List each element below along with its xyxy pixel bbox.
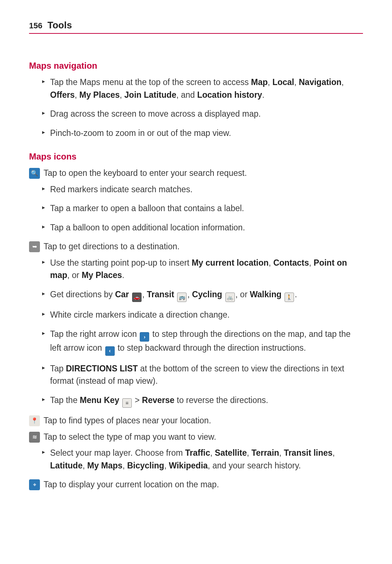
bold: Cycling (192, 290, 222, 299)
list-item: Red markers indicate search matches. (42, 183, 363, 196)
bold: Transit lines (284, 448, 332, 458)
bold: Location history (197, 90, 262, 100)
bold: DIRECTIONS LIST (66, 364, 138, 373)
list-item: Drag across the screen to move across a … (42, 108, 363, 120)
bold: Contacts (273, 258, 309, 267)
list-item: Select your map layer. Choose from Traff… (42, 447, 363, 472)
car-icon: 🚗 (132, 293, 142, 302)
bold: Local (272, 77, 294, 87)
list-layers-sub: Select your map layer. Choose from Traff… (42, 447, 363, 472)
right-arrow-icon: › (140, 332, 149, 342)
list-search-sub: Red markers indicate search matches. Tap… (42, 183, 363, 234)
icon-line-location: ⌖ Tap to display your current location o… (29, 478, 363, 491)
text: Tap the Maps menu at the top of the scre… (50, 77, 251, 87)
section-maps-icons: Maps icons (29, 150, 363, 163)
bold: Navigation (299, 77, 342, 87)
bold: Offers (50, 90, 75, 100)
icon-line-directions: ➥ Tap to get directions to a destination… (29, 240, 363, 253)
places-icon: 📍 (29, 415, 40, 426)
my-location-icon: ⌖ (29, 479, 40, 490)
bold: Map (251, 77, 268, 87)
list-item: Get directions by Car 🚗, Transit 🚌, Cycl… (42, 288, 363, 302)
list-item: Tap the Maps menu at the top of the scre… (42, 76, 363, 101)
list-item: White circle markers indicate a directio… (42, 309, 363, 321)
left-arrow-icon: ‹ (105, 346, 115, 356)
search-icon: 🔍 (29, 168, 40, 179)
bold: Menu Key (80, 395, 119, 405)
text: Tap to select the type of map you want t… (44, 431, 216, 443)
text: Tap to find types of places near your lo… (44, 414, 211, 427)
bold: My Maps (87, 461, 122, 470)
bold: Satellite (215, 448, 247, 458)
page: 156 Tools Maps navigation Tap the Maps m… (0, 0, 392, 515)
bold: My Places (79, 90, 120, 100)
list-maps-navigation: Tap the Maps menu at the top of the scre… (42, 76, 363, 139)
section-maps-navigation: Maps navigation (29, 59, 363, 72)
bold: Terrain (252, 448, 279, 458)
text: Tap to get directions to a destination. (44, 240, 180, 253)
menu-key-icon: ≡ (122, 398, 132, 408)
bold: Walking (250, 290, 281, 299)
layers-icon: ≋ (29, 432, 40, 443)
list-item: Tap DIRECTIONS LIST at the bottom of the… (42, 362, 363, 387)
list-item: Pinch-to-zoom to zoom in or out of the m… (42, 127, 363, 140)
bold: Car (115, 290, 129, 299)
bold: Transit (147, 290, 174, 299)
bold: Wikipedia (169, 461, 208, 470)
directions-icon: ➥ (29, 241, 40, 252)
list-directions-sub: Use the starting point pop-up to insert … (42, 257, 363, 408)
icon-line-layers: ≋ Tap to select the type of map you want… (29, 431, 363, 443)
chapter-title: Tools (48, 18, 72, 32)
cycling-icon: 🚲 (225, 293, 235, 302)
list-item: Use the starting point pop-up to insert … (42, 257, 363, 282)
page-number: 156 (29, 20, 42, 32)
list-item: Tap a balloon to open additional locatio… (42, 221, 363, 234)
bold: Bicycling (127, 461, 164, 470)
bold: Latitude (50, 461, 82, 470)
text: Tap to display your current location on … (44, 478, 219, 491)
bold: Reverse (142, 395, 175, 405)
text: Tap to open the keyboard to enter your s… (44, 167, 247, 180)
page-header: 156 Tools (29, 18, 363, 34)
bold: Traffic (185, 448, 210, 458)
transit-icon: 🚌 (177, 293, 187, 302)
bold: Join Latitude (124, 90, 176, 100)
bold: My Places (82, 270, 122, 280)
icon-line-places: 📍 Tap to find types of places near your … (29, 414, 363, 427)
walking-icon: 🚶 (285, 293, 294, 302)
list-item: Tap the Menu Key ≡ > Reverse to reverse … (42, 394, 363, 408)
icon-line-search: 🔍 Tap to open the keyboard to enter your… (29, 167, 363, 180)
bold: My current location (192, 258, 269, 267)
list-item: Tap a marker to open a balloon that cont… (42, 202, 363, 215)
list-item: Tap the right arrow icon › to step throu… (42, 328, 363, 356)
